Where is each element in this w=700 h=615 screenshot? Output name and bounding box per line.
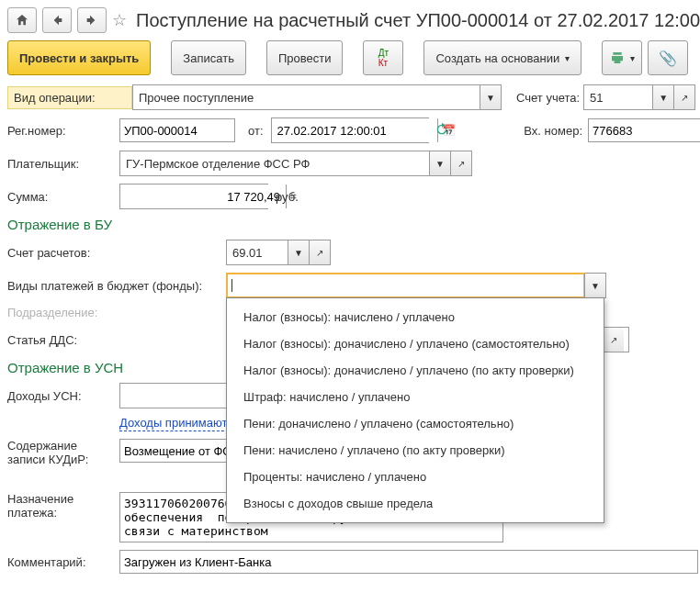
account-select[interactable]: 51 [584, 85, 652, 109]
payer-open-icon[interactable]: ↗ [450, 151, 471, 175]
dropdown-option[interactable]: Взносы с доходов свыше предела [227, 490, 604, 517]
usn-accepted-link[interactable]: Доходы принимаютс [119, 416, 233, 431]
dropdown-option[interactable]: Пени: доначислено / уплачено (самостояте… [227, 410, 604, 437]
payer-input[interactable]: ГУ-Пермское отделение ФСС РФ [120, 151, 429, 175]
dtkt-button[interactable]: ДтКт [363, 40, 403, 75]
dds-open-icon[interactable]: ↗ [603, 328, 624, 352]
reg-number-label: Рег.номер: [7, 124, 119, 138]
payer-dropdown-icon[interactable]: ▼ [429, 151, 450, 175]
arrow-right-icon [85, 13, 99, 28]
paperclip-icon: 📎 [659, 50, 677, 67]
dropdown-option[interactable]: Проценты: начислено / уплачено [227, 464, 604, 490]
calc-account-dropdown-icon[interactable]: ▼ [288, 240, 309, 264]
save-button[interactable]: Записать [171, 40, 246, 75]
dropdown-option[interactable]: Пени: начислено / уплачено (по акту пров… [227, 437, 604, 464]
page-title: Поступление на расчетный счет УП00-00001… [136, 10, 700, 31]
payment-type-input[interactable] [226, 273, 585, 298]
account-label: Счет учета: [516, 91, 580, 105]
bu-section-title: Отражение в БУ [7, 217, 700, 232]
post-button[interactable]: Провести [266, 40, 344, 75]
home-icon [15, 13, 29, 28]
ext-number-label: Вх. номер: [524, 124, 582, 138]
account-open-icon[interactable]: ↗ [673, 85, 694, 109]
dropdown-option[interactable]: Налог (взносы): доначислено / уплачено (… [227, 357, 604, 384]
back-button[interactable] [42, 7, 72, 33]
payment-type-dropdown-list: Налог (взносы): начислено / уплачено Нал… [226, 297, 604, 523]
dropdown-option[interactable]: Налог (взносы): начислено / уплачено [227, 304, 604, 330]
purpose-label: Назначениеплатежа: [7, 492, 119, 520]
dtkt-icon: ДтКт [378, 48, 389, 68]
dept-label: Подразделение: [7, 306, 119, 319]
calc-account-open-icon[interactable]: ↗ [309, 240, 330, 264]
sum-label: Сумма: [7, 190, 119, 204]
create-based-button[interactable]: Создать на основании [423, 40, 581, 75]
from-label: от: [248, 124, 264, 138]
attachments-button[interactable]: 📎 [648, 40, 688, 75]
star-icon[interactable]: ☆ [112, 10, 127, 30]
ext-number-input[interactable] [588, 118, 700, 142]
calc-account-label: Счет расчетов: [7, 246, 226, 260]
payer-label: Плательщик: [7, 157, 119, 171]
kudir-input[interactable] [119, 439, 235, 463]
date-input[interactable] [272, 118, 437, 142]
comment-input[interactable] [119, 550, 698, 574]
currency-label: руб. [276, 190, 299, 204]
dropdown-option[interactable]: Штраф: начислено / уплачено [227, 384, 604, 410]
payment-type-dropdown-icon[interactable]: ▼ [584, 274, 605, 297]
dropdown-option[interactable]: Налог (взносы): доначислено / уплачено (… [227, 330, 604, 357]
operation-type-dropdown-icon[interactable]: ▼ [480, 85, 501, 109]
calc-account-input[interactable]: 69.01 [227, 240, 288, 264]
comment-label: Комментарий: [7, 555, 119, 569]
post-and-close-button[interactable]: Провести и закрыть [7, 40, 151, 75]
kudir-label: Содержаниезаписи КУДиР: [7, 439, 119, 466]
sum-input[interactable] [120, 184, 286, 208]
payment-type-label: Виды платежей в бюджет (фонды): [7, 279, 226, 293]
operation-type-label: Вид операции: [7, 86, 132, 109]
forward-button[interactable] [77, 7, 107, 33]
arrow-left-icon [50, 13, 64, 28]
print-icon [610, 50, 625, 65]
reg-number-input[interactable] [119, 118, 235, 142]
operation-type-select[interactable]: Прочее поступление [133, 85, 480, 109]
usn-income-label: Доходы УСН: [7, 389, 119, 403]
home-button[interactable] [7, 7, 37, 33]
refresh-icon[interactable] [435, 122, 449, 140]
dds-label: Статья ДДС: [7, 333, 119, 347]
account-dropdown-icon[interactable]: ▼ [652, 85, 673, 109]
print-menu-button[interactable] [602, 40, 642, 75]
